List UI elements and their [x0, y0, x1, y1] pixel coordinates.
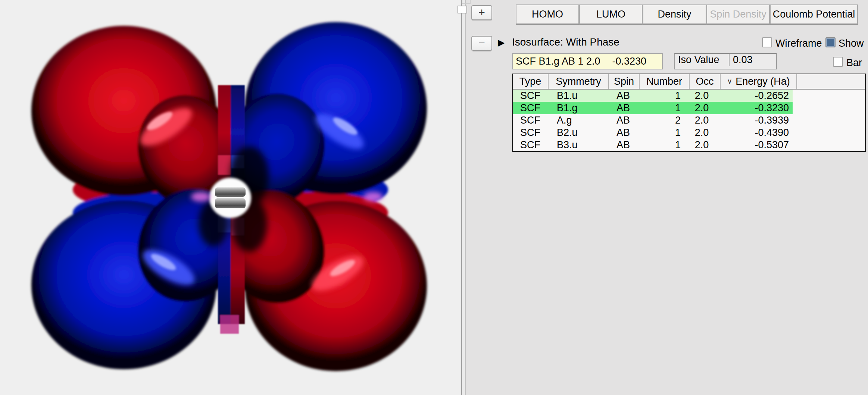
col-header-occ[interactable]: Occ [690, 74, 721, 89]
show-label: Show [839, 38, 864, 49]
cell-type: SCF [513, 114, 548, 127]
cell-symmetry: A.g [548, 114, 608, 127]
cell-number: 1 [637, 102, 687, 114]
cell-symmetry: B1.g [548, 102, 608, 114]
tab-lumo[interactable]: LUMO [579, 4, 643, 25]
cell-energy: -0.3939 [717, 114, 793, 127]
cell-symmetry: B2.u [548, 127, 608, 139]
table-row[interactable]: SCF B1.u AB 1 2.0 -0.2652 [513, 90, 865, 102]
iso-value-input[interactable]: 0.03 [730, 54, 776, 66]
selected-orbital-text: SCF B1.g AB 1 2.0 [516, 56, 600, 67]
cell-symmetry: B1.u [548, 90, 608, 102]
cell-energy: -0.4390 [717, 127, 793, 139]
sort-descending-icon: ∨ [727, 77, 732, 85]
table-row-selected[interactable]: SCF B1.g AB 1 2.0 -0.3230 [513, 102, 865, 114]
tab-coulomb-potential[interactable]: Coulomb Potential [770, 4, 858, 25]
iso-value-label: Iso Value [675, 54, 730, 66]
cell-occ: 2.0 [687, 90, 717, 102]
bar-label: Bar [846, 57, 862, 68]
cell-occ: 2.0 [687, 102, 717, 114]
orbital-table-header: Type Symmetry Spin Number Occ ∨ Energy (… [513, 74, 865, 90]
cell-occ: 2.0 [687, 114, 717, 127]
col-header-spin[interactable]: Spin [609, 74, 640, 89]
cell-spin: AB [608, 114, 637, 127]
col-header-type[interactable]: Type [513, 74, 549, 89]
col-header-energy-label: Energy (Ha) [736, 76, 790, 87]
orbital-isosurface-render [0, 0, 461, 395]
remove-surface-button[interactable]: − [471, 36, 492, 51]
cell-number: 2 [637, 114, 687, 127]
cell-type: SCF [513, 127, 548, 139]
tab-homo[interactable]: HOMO [516, 4, 579, 25]
tab-density[interactable]: Density [643, 4, 706, 25]
surface-type-tabs: HOMO LUMO Density Spin Density Coulomb P… [516, 4, 858, 23]
cell-occ: 2.0 [687, 127, 717, 139]
wireframe-label: Wireframe [775, 38, 822, 49]
surface-control-panel: + − HOMO LUMO Density Spin Density Coulo… [466, 0, 868, 395]
selected-orbital-field[interactable]: SCF B1.g AB 1 2.0 -0.3230 [512, 53, 663, 69]
cell-energy: -0.2652 [717, 90, 793, 102]
col-header-number[interactable]: Number [640, 74, 690, 89]
cell-symmetry: B3.u [548, 139, 608, 151]
panel-splitter[interactable] [461, 0, 466, 395]
cell-number: 1 [637, 139, 687, 151]
table-row[interactable]: SCF B3.u AB 1 2.0 -0.5307 [513, 139, 865, 151]
cell-occ: 2.0 [687, 139, 717, 151]
cell-spin: AB [608, 90, 637, 102]
application-window: + − HOMO LUMO Density Spin Density Coulo… [0, 0, 868, 395]
isosurface-mode-label: Isosurface: With Phase [512, 36, 619, 48]
tab-spin-density: Spin Density [706, 4, 770, 25]
bar-checkbox[interactable] [833, 57, 843, 67]
splitter-notch [462, 0, 471, 4]
splitter-collapse-handle[interactable] [458, 6, 467, 13]
iso-value-control: Iso Value 0.03 [674, 53, 777, 69]
molecule-3d-viewport[interactable] [0, 0, 461, 395]
cell-type: SCF [513, 90, 548, 102]
cell-energy: -0.5307 [717, 139, 793, 151]
bond-glow [209, 178, 251, 218]
orbital-table: Type Symmetry Spin Number Occ ∨ Energy (… [512, 74, 866, 152]
cell-spin: AB [608, 102, 637, 114]
wireframe-checkbox[interactable] [762, 37, 772, 47]
add-surface-button[interactable]: + [471, 5, 492, 20]
table-row[interactable]: SCF B2.u AB 1 2.0 -0.4390 [513, 127, 865, 139]
cell-number: 1 [637, 127, 687, 139]
col-header-symmetry[interactable]: Symmetry [549, 74, 609, 89]
cell-spin: AB [608, 139, 637, 151]
disclosure-triangle-icon[interactable]: ▶ [498, 37, 505, 48]
cell-type: SCF [513, 102, 548, 114]
col-header-blank [797, 74, 865, 89]
col-header-energy[interactable]: ∨ Energy (Ha) [721, 74, 797, 89]
cell-spin: AB [608, 127, 637, 139]
selected-orbital-energy: -0.3230 [612, 56, 646, 67]
show-checkbox[interactable] [825, 37, 836, 47]
cell-energy: -0.3230 [717, 102, 793, 114]
cell-type: SCF [513, 139, 548, 151]
cell-number: 1 [637, 90, 687, 102]
table-row[interactable]: SCF A.g AB 2 2.0 -0.3939 [513, 114, 865, 127]
